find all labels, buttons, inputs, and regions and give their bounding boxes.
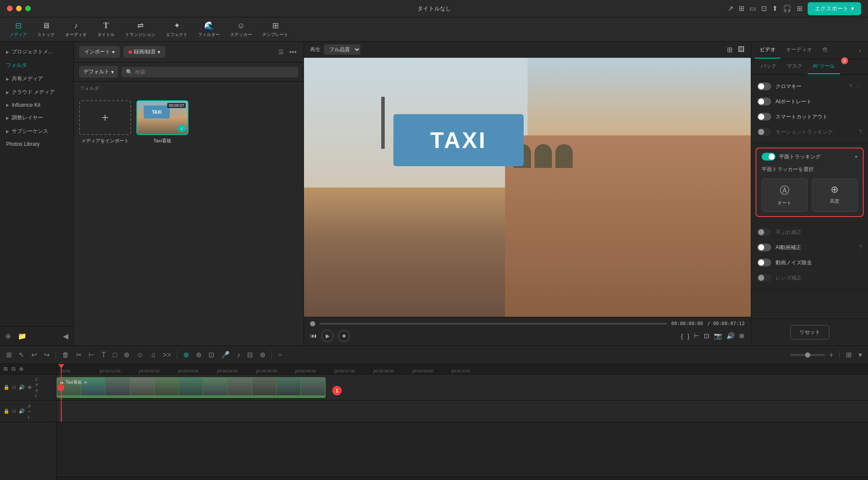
timeline-tool-voice[interactable]: ⊕ — [257, 349, 268, 361]
sort-button[interactable]: デフォルト ▾ — [79, 66, 118, 78]
timeline-tool-redo[interactable]: ↪ — [41, 349, 52, 361]
ai-video-enhance-toggle[interactable] — [757, 243, 771, 251]
sidebar-item-photos[interactable]: Photos Library — [0, 138, 73, 150]
lens-correction-toggle[interactable] — [757, 274, 771, 282]
track-preview-icon[interactable]: ⊟ — [12, 385, 16, 390]
toolbar-template[interactable]: ⊞ テンプレート — [258, 18, 293, 40]
audio-lock-icon[interactable]: 🔒 — [3, 408, 10, 414]
monitor-icon[interactable]: ▭ — [749, 4, 756, 13]
timeline-audio-sync-icon[interactable]: ⊕ — [19, 366, 23, 372]
maximize-button[interactable] — [25, 6, 31, 11]
tracker-advanced[interactable]: ⊕ 高度 — [812, 178, 858, 212]
sidebar-item-project[interactable]: ▶ プロジェクトメ... — [0, 45, 73, 59]
timeline-tool-crop[interactable]: ⊢ — [86, 349, 97, 361]
timeline-tool-motion[interactable]: ⊕ — [193, 349, 204, 361]
library-icon[interactable]: ⊞ — [739, 4, 744, 13]
settings-icon[interactable]: ⊕ — [739, 332, 745, 340]
minimize-button[interactable] — [16, 6, 22, 11]
stop-button[interactable]: ■ — [338, 330, 350, 342]
sidebar-item-influence-kit[interactable]: ▶ Influence Kit — [0, 99, 73, 111]
collapse-icon[interactable]: ◀ — [61, 330, 70, 342]
subtab-back[interactable]: バック — [756, 59, 782, 74]
timeline-playhead[interactable] — [61, 364, 62, 374]
timeline-tool-audio-edit[interactable]: ♫ — [148, 349, 158, 361]
chroma-key-toggle[interactable] — [757, 82, 771, 90]
track-audio-icon[interactable]: 🔊 — [19, 385, 25, 390]
toolbar-media[interactable]: ⊟ メディア — [5, 18, 31, 40]
add-media-item[interactable]: + メディアをインポート — [79, 100, 131, 144]
timeline-tool-rect[interactable]: □ — [110, 349, 120, 361]
tab-audio[interactable]: オーディオ — [781, 42, 817, 59]
search-input-wrap[interactable]: 🔍 — [122, 67, 298, 77]
close-button[interactable] — [7, 6, 13, 11]
toolbar-filter[interactable]: 🌊 フィルター — [194, 18, 224, 40]
sidebar-item-adjustment[interactable]: ▶ 調整レイヤー — [0, 111, 73, 125]
record-button[interactable]: 録画/録音 ▾ — [123, 46, 165, 58]
scrubber-thumb[interactable] — [310, 321, 315, 326]
timeline-tool-more[interactable]: >> — [160, 349, 174, 361]
timeline-track-options-icon[interactable]: ⊟ — [11, 366, 16, 372]
tab-color[interactable]: 色 — [817, 42, 833, 59]
ai-portrait-toggle[interactable] — [757, 98, 771, 105]
panel-expand-icon[interactable]: › — [855, 43, 865, 57]
toolbar-sticker[interactable]: ☺ ステッカー — [226, 19, 256, 40]
video-track-clip[interactable]: ▶ Taxi看板 ✏ — [56, 377, 326, 398]
snapshot-icon[interactable]: 📷 — [714, 332, 722, 340]
timeline-tool-screen[interactable]: ⊟ — [244, 349, 255, 361]
toolbar-title[interactable]: T タイトル — [93, 19, 119, 40]
video-denoise-toggle[interactable] — [757, 259, 771, 266]
chroma-key-info-icon[interactable]: ? — [849, 83, 852, 89]
add-media-thumb[interactable]: + — [79, 100, 131, 135]
toolbar-effect[interactable]: ✦ エフェクト — [162, 18, 192, 40]
track-visible-icon[interactable]: 👁 — [27, 385, 32, 390]
sidebar-item-folder[interactable]: フォルダ — [0, 59, 73, 72]
volume-icon[interactable]: 🔊 — [726, 332, 735, 340]
layout-icon[interactable]: ⊡ — [761, 4, 767, 13]
play-button[interactable]: ▶ — [321, 330, 333, 342]
timeline-tool-undo[interactable]: ↩ — [29, 349, 40, 361]
timeline-tool-paint[interactable]: ⊕ — [121, 349, 132, 361]
motion-tracking-toggle[interactable] — [757, 128, 771, 136]
plane-tracking-arrow-icon[interactable]: ▾ — [855, 154, 858, 160]
split-icon[interactable]: ⊢ — [694, 332, 700, 340]
image-view-icon[interactable]: 🖼 — [738, 46, 745, 53]
cloud-upload-icon[interactable]: ⬆ — [772, 4, 778, 13]
subtab-ai-tools[interactable]: AI ツール 2 — [808, 59, 840, 74]
subtab-mask[interactable]: マスク — [782, 59, 808, 74]
chroma-key-fav-icon[interactable]: ♡ — [856, 83, 862, 90]
folder-icon[interactable]: 📁 — [16, 330, 28, 342]
timeline-scrollbar[interactable] — [56, 477, 868, 480]
filter-icon[interactable]: ☰ — [278, 49, 284, 56]
toolbar-audio[interactable]: ♪ オーディオ — [61, 19, 91, 40]
add-folder-icon[interactable]: ⊕ — [3, 330, 13, 342]
zoom-out-icon[interactable]: − — [275, 349, 284, 361]
plane-tracking-toggle[interactable] — [762, 153, 776, 161]
timeline-tool-text[interactable]: T — [99, 349, 109, 361]
taxi-clip-item[interactable]: TAXI 00:00:07 ✓ Taxi看板 — [136, 100, 188, 144]
quality-select[interactable]: フル品質 — [324, 44, 360, 55]
timeline-settings-icon[interactable]: ▾ — [856, 349, 865, 361]
toolbar-transition[interactable]: ⇌ トランジション — [121, 18, 160, 40]
audio-preview-icon[interactable]: ⊟ — [12, 408, 16, 414]
smart-cutout-toggle[interactable] — [757, 113, 771, 121]
tracker-auto[interactable]: Ⓐ オート — [762, 178, 808, 212]
sidebar-item-cloud-media[interactable]: ▶ クラウド メディア — [0, 85, 73, 99]
toolbar-stock[interactable]: 🖥 ストック — [33, 19, 59, 40]
audio-vol-icon[interactable]: 🔊 — [19, 408, 25, 414]
timeline-tool-cut[interactable]: ✂ — [73, 349, 84, 361]
zoom-thumb[interactable] — [805, 352, 810, 358]
skip-back-icon[interactable]: ⏮ — [310, 332, 317, 340]
grid-icon[interactable]: ⊞ — [797, 4, 802, 13]
motion-tracking-info-icon[interactable]: ? — [859, 129, 862, 135]
export-button[interactable]: エクスポート ▾ — [808, 2, 861, 15]
timeline-tool-emoji[interactable]: ☺ — [134, 349, 146, 361]
timeline-tool-delete[interactable]: 🗑 — [59, 349, 72, 361]
timeline-tool-shield[interactable]: ⊡ — [206, 349, 217, 361]
reset-button[interactable]: リセット — [790, 325, 829, 339]
zoom-slider[interactable] — [790, 354, 825, 356]
more-options-icon[interactable]: ••• — [287, 46, 298, 58]
timeline-tool-pointer[interactable]: ↖ — [16, 349, 27, 361]
sidebar-item-shared-media[interactable]: ▶ 共有メディア — [0, 72, 73, 85]
timeline-add-track-icon[interactable]: ⊞ — [3, 366, 8, 372]
ai-video-enhance-info-icon[interactable]: ? — [859, 244, 862, 250]
